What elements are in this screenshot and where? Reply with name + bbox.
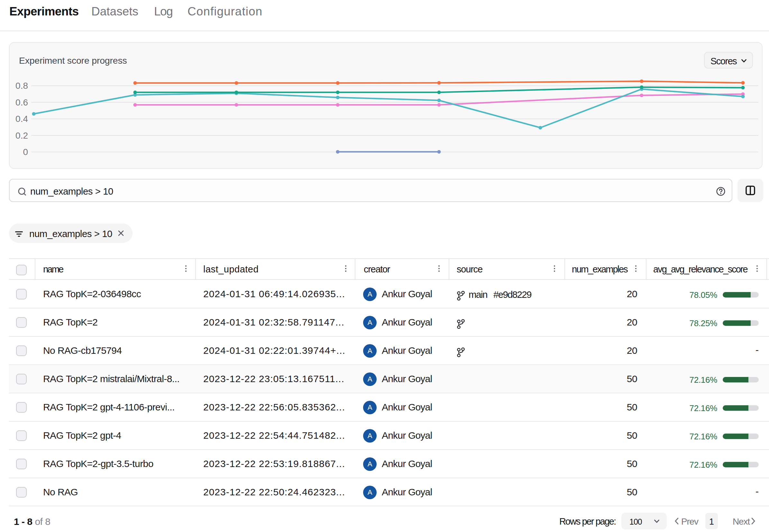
svg-text:0.6: 0.6 bbox=[15, 97, 28, 107]
svg-text:0.2: 0.2 bbox=[15, 131, 28, 141]
svg-text:0.4: 0.4 bbox=[15, 114, 28, 124]
svg-text:0.8: 0.8 bbox=[15, 81, 28, 91]
svg-text:0: 0 bbox=[23, 147, 28, 157]
